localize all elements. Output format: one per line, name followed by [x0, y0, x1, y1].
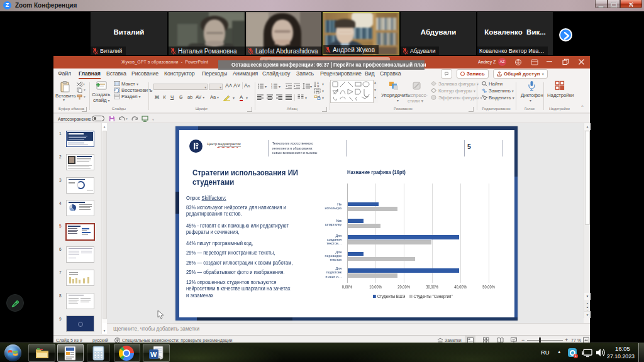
svg-text:W: W — [150, 351, 157, 358]
svg-text:3: 3 — [271, 87, 272, 89]
svg-text:Я: Я — [317, 85, 319, 88]
